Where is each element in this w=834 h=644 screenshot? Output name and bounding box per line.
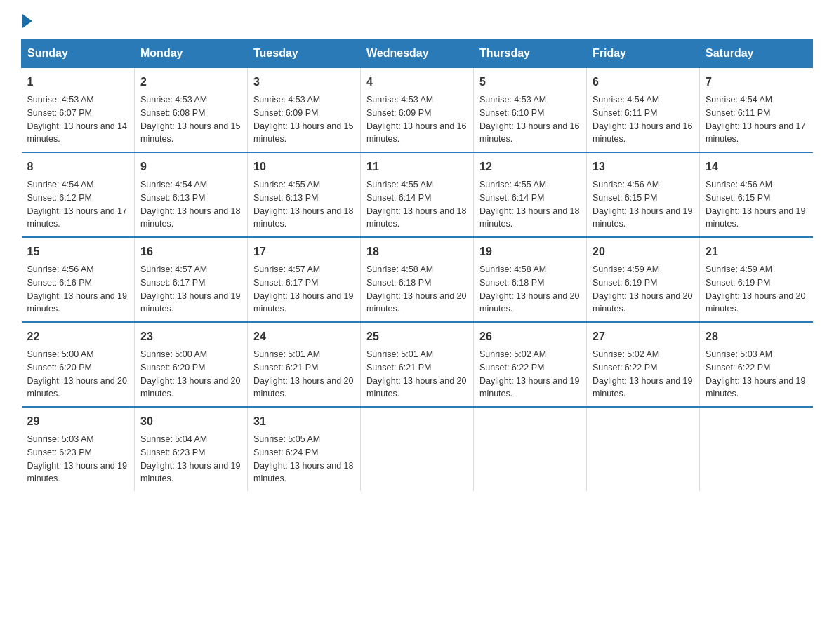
day-info: Sunrise: 4:58 AMSunset: 6:18 PMDaylight:… xyxy=(479,263,581,316)
day-info: Sunrise: 4:57 AMSunset: 6:17 PMDaylight:… xyxy=(140,263,241,316)
day-number: 14 xyxy=(706,159,807,175)
days-of-week-row: SundayMondayTuesdayWednesdayThursdayFrid… xyxy=(22,40,813,68)
calendar-day-cell: 29Sunrise: 5:03 AMSunset: 6:23 PMDayligh… xyxy=(22,407,135,491)
logo-arrow-icon xyxy=(22,14,32,28)
day-number: 22 xyxy=(27,328,129,345)
day-info: Sunrise: 4:54 AMSunset: 6:11 PMDaylight:… xyxy=(593,93,694,146)
calendar-day-cell: 21Sunrise: 4:59 AMSunset: 6:19 PMDayligh… xyxy=(700,237,813,322)
calendar-table: SundayMondayTuesdayWednesdayThursdayFrid… xyxy=(21,39,813,491)
day-info: Sunrise: 4:53 AMSunset: 6:10 PMDaylight:… xyxy=(479,93,581,146)
day-number: 30 xyxy=(140,413,241,430)
day-info: Sunrise: 5:04 AMSunset: 6:23 PMDaylight:… xyxy=(140,433,241,485)
day-number: 20 xyxy=(593,243,694,260)
day-number: 18 xyxy=(366,243,468,260)
day-number: 15 xyxy=(27,243,129,260)
day-info: Sunrise: 5:05 AMSunset: 6:24 PMDaylight:… xyxy=(253,433,355,485)
calendar-day-cell: 1Sunrise: 4:53 AMSunset: 6:07 PMDaylight… xyxy=(22,67,135,152)
calendar-week-row: 8Sunrise: 4:54 AMSunset: 6:12 PMDaylight… xyxy=(22,152,813,237)
calendar-day-cell: 30Sunrise: 5:04 AMSunset: 6:23 PMDayligh… xyxy=(135,407,248,491)
day-of-week-header: Friday xyxy=(587,40,700,68)
day-info: Sunrise: 4:56 AMSunset: 6:15 PMDaylight:… xyxy=(593,178,694,231)
calendar-day-cell: 27Sunrise: 5:02 AMSunset: 6:22 PMDayligh… xyxy=(587,322,700,407)
day-number: 27 xyxy=(593,328,694,345)
calendar-day-cell: 14Sunrise: 4:56 AMSunset: 6:15 PMDayligh… xyxy=(700,152,813,237)
calendar-day-cell xyxy=(587,407,700,491)
day-number: 26 xyxy=(479,328,581,345)
calendar-day-cell: 18Sunrise: 4:58 AMSunset: 6:18 PMDayligh… xyxy=(361,237,474,322)
day-number: 19 xyxy=(479,243,581,260)
day-number: 23 xyxy=(140,328,241,345)
day-info: Sunrise: 4:54 AMSunset: 6:12 PMDaylight:… xyxy=(27,178,129,231)
calendar-day-cell: 22Sunrise: 5:00 AMSunset: 6:20 PMDayligh… xyxy=(22,322,135,407)
day-info: Sunrise: 4:53 AMSunset: 6:09 PMDaylight:… xyxy=(366,93,468,146)
day-info: Sunrise: 5:03 AMSunset: 6:22 PMDaylight:… xyxy=(706,348,807,401)
day-info: Sunrise: 4:59 AMSunset: 6:19 PMDaylight:… xyxy=(706,263,807,316)
day-number: 13 xyxy=(593,159,694,175)
calendar-body: 1Sunrise: 4:53 AMSunset: 6:07 PMDaylight… xyxy=(22,67,813,491)
calendar-week-row: 15Sunrise: 4:56 AMSunset: 6:16 PMDayligh… xyxy=(22,237,813,322)
day-info: Sunrise: 4:53 AMSunset: 6:07 PMDaylight:… xyxy=(27,93,129,146)
day-of-week-header: Wednesday xyxy=(361,40,474,68)
day-number: 16 xyxy=(140,243,241,260)
calendar-day-cell: 24Sunrise: 5:01 AMSunset: 6:21 PMDayligh… xyxy=(248,322,361,407)
calendar-day-cell: 4Sunrise: 4:53 AMSunset: 6:09 PMDaylight… xyxy=(361,67,474,152)
page-header xyxy=(21,14,813,25)
calendar-day-cell xyxy=(361,407,474,491)
day-info: Sunrise: 4:58 AMSunset: 6:18 PMDaylight:… xyxy=(366,263,468,316)
day-info: Sunrise: 5:02 AMSunset: 6:22 PMDaylight:… xyxy=(593,348,694,401)
day-info: Sunrise: 4:55 AMSunset: 6:14 PMDaylight:… xyxy=(366,178,468,231)
day-number: 25 xyxy=(366,328,468,345)
day-info: Sunrise: 4:53 AMSunset: 6:09 PMDaylight:… xyxy=(253,93,355,146)
calendar-day-cell: 3Sunrise: 4:53 AMSunset: 6:09 PMDaylight… xyxy=(248,67,361,152)
calendar-header: SundayMondayTuesdayWednesdayThursdayFrid… xyxy=(22,40,813,68)
day-info: Sunrise: 5:01 AMSunset: 6:21 PMDaylight:… xyxy=(253,348,355,401)
day-number: 9 xyxy=(140,159,241,175)
calendar-week-row: 22Sunrise: 5:00 AMSunset: 6:20 PMDayligh… xyxy=(22,322,813,407)
calendar-day-cell: 5Sunrise: 4:53 AMSunset: 6:10 PMDaylight… xyxy=(474,67,587,152)
day-of-week-header: Sunday xyxy=(22,40,135,68)
day-info: Sunrise: 5:02 AMSunset: 6:22 PMDaylight:… xyxy=(479,348,581,401)
logo xyxy=(21,14,34,25)
calendar-day-cell: 17Sunrise: 4:57 AMSunset: 6:17 PMDayligh… xyxy=(248,237,361,322)
day-number: 28 xyxy=(706,328,807,345)
calendar-day-cell: 11Sunrise: 4:55 AMSunset: 6:14 PMDayligh… xyxy=(361,152,474,237)
day-info: Sunrise: 4:53 AMSunset: 6:08 PMDaylight:… xyxy=(140,93,241,146)
day-number: 1 xyxy=(27,74,129,90)
day-info: Sunrise: 4:57 AMSunset: 6:17 PMDaylight:… xyxy=(253,263,355,316)
calendar-day-cell: 28Sunrise: 5:03 AMSunset: 6:22 PMDayligh… xyxy=(700,322,813,407)
day-number: 5 xyxy=(479,74,581,90)
calendar-week-row: 1Sunrise: 4:53 AMSunset: 6:07 PMDaylight… xyxy=(22,67,813,152)
day-number: 24 xyxy=(253,328,355,345)
day-info: Sunrise: 4:55 AMSunset: 6:13 PMDaylight:… xyxy=(253,178,355,231)
day-info: Sunrise: 5:03 AMSunset: 6:23 PMDaylight:… xyxy=(27,433,129,485)
day-info: Sunrise: 5:00 AMSunset: 6:20 PMDaylight:… xyxy=(27,348,129,401)
day-info: Sunrise: 4:56 AMSunset: 6:15 PMDaylight:… xyxy=(706,178,807,231)
day-of-week-header: Tuesday xyxy=(248,40,361,68)
day-of-week-header: Thursday xyxy=(474,40,587,68)
day-info: Sunrise: 5:01 AMSunset: 6:21 PMDaylight:… xyxy=(366,348,468,401)
day-number: 21 xyxy=(706,243,807,260)
day-number: 11 xyxy=(366,159,468,175)
calendar-day-cell: 7Sunrise: 4:54 AMSunset: 6:11 PMDaylight… xyxy=(700,67,813,152)
calendar-day-cell: 20Sunrise: 4:59 AMSunset: 6:19 PMDayligh… xyxy=(587,237,700,322)
calendar-day-cell: 19Sunrise: 4:58 AMSunset: 6:18 PMDayligh… xyxy=(474,237,587,322)
calendar-day-cell: 25Sunrise: 5:01 AMSunset: 6:21 PMDayligh… xyxy=(361,322,474,407)
day-info: Sunrise: 4:55 AMSunset: 6:14 PMDaylight:… xyxy=(479,178,581,231)
day-number: 29 xyxy=(27,413,129,430)
calendar-day-cell: 23Sunrise: 5:00 AMSunset: 6:20 PMDayligh… xyxy=(135,322,248,407)
day-info: Sunrise: 4:59 AMSunset: 6:19 PMDaylight:… xyxy=(593,263,694,316)
calendar-day-cell: 15Sunrise: 4:56 AMSunset: 6:16 PMDayligh… xyxy=(22,237,135,322)
calendar-day-cell: 13Sunrise: 4:56 AMSunset: 6:15 PMDayligh… xyxy=(587,152,700,237)
calendar-day-cell: 8Sunrise: 4:54 AMSunset: 6:12 PMDaylight… xyxy=(22,152,135,237)
day-of-week-header: Monday xyxy=(135,40,248,68)
calendar-day-cell: 12Sunrise: 4:55 AMSunset: 6:14 PMDayligh… xyxy=(474,152,587,237)
calendar-day-cell: 16Sunrise: 4:57 AMSunset: 6:17 PMDayligh… xyxy=(135,237,248,322)
day-number: 7 xyxy=(706,74,807,90)
day-info: Sunrise: 4:54 AMSunset: 6:11 PMDaylight:… xyxy=(706,93,807,146)
calendar-day-cell: 2Sunrise: 4:53 AMSunset: 6:08 PMDaylight… xyxy=(135,67,248,152)
day-number: 3 xyxy=(253,74,355,90)
calendar-day-cell: 9Sunrise: 4:54 AMSunset: 6:13 PMDaylight… xyxy=(135,152,248,237)
day-of-week-header: Saturday xyxy=(700,40,813,68)
day-number: 10 xyxy=(253,159,355,175)
day-number: 31 xyxy=(253,413,355,430)
